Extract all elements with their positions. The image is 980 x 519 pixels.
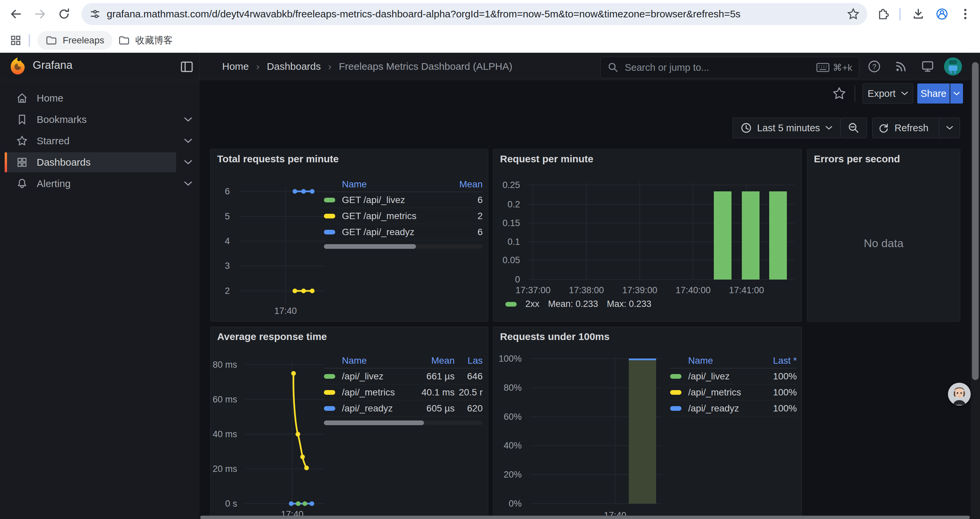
bookmark-folder-freeleaps[interactable]: Freeleaps bbox=[37, 31, 112, 50]
panel-title[interactable]: Total requests per minute bbox=[217, 153, 339, 164]
chevron-down-icon[interactable] bbox=[182, 178, 194, 190]
vertical-scrollbar-thumb[interactable] bbox=[972, 62, 978, 380]
legend-header-mean[interactable]: Mean bbox=[405, 355, 455, 366]
svg-text:?: ? bbox=[872, 62, 876, 71]
zoom-out-button[interactable] bbox=[840, 118, 867, 138]
line-chart[interactable] bbox=[234, 185, 327, 308]
breadcrumb-dashboards[interactable]: Dashboards bbox=[267, 61, 321, 72]
legend-scrollbar[interactable] bbox=[324, 244, 483, 249]
share-button[interactable]: Share bbox=[917, 83, 950, 104]
sidebar-item-starred[interactable]: Starred bbox=[5, 131, 176, 151]
legend-row[interactable]: /api/_metrics 40.1 ms 20.5 r bbox=[324, 385, 483, 401]
news-rss-icon[interactable] bbox=[894, 59, 908, 73]
export-button[interactable]: Export bbox=[862, 83, 913, 104]
search-input[interactable]: Search or jump to... ⌘+k bbox=[600, 57, 859, 78]
panel-title[interactable]: Errors per second bbox=[814, 153, 900, 164]
sidebar-item-alerting[interactable]: Alerting bbox=[5, 174, 176, 194]
floating-assistant-avatar[interactable] bbox=[948, 383, 970, 406]
site-info-icon[interactable] bbox=[89, 8, 102, 21]
legend-row[interactable]: GET /api/_metrics 2 bbox=[324, 208, 483, 224]
time-range-label: Last 5 minutes bbox=[757, 123, 820, 134]
zoom-out-icon bbox=[848, 122, 859, 134]
sidebar-toggle-icon[interactable] bbox=[180, 59, 194, 74]
series-last: 620 bbox=[455, 403, 483, 414]
sidebar-item-label: Bookmarks bbox=[37, 114, 87, 125]
sidebar-item-dashboards[interactable]: Dashboards bbox=[5, 152, 176, 172]
panel-title[interactable]: Requests under 100ms bbox=[500, 331, 609, 342]
x-tick: 17:39:00 bbox=[615, 285, 665, 295]
time-range-picker[interactable]: Last 5 minutes bbox=[732, 118, 841, 138]
bookmark-folder-blogs[interactable]: 收藏博客 bbox=[110, 31, 181, 50]
legend-header-mean[interactable]: Mean bbox=[442, 179, 483, 190]
reload-icon[interactable] bbox=[57, 7, 71, 21]
sidebar-item-home[interactable]: Home bbox=[5, 88, 176, 108]
share-menu-button[interactable] bbox=[950, 83, 963, 104]
panel-title[interactable]: Request per minute bbox=[500, 153, 593, 164]
bookmark-star-icon[interactable] bbox=[846, 7, 860, 21]
back-icon[interactable] bbox=[10, 7, 23, 21]
legend-row[interactable]: /api/_readyz 100% bbox=[670, 401, 797, 417]
refresh-button-group: Refresh bbox=[872, 118, 960, 138]
refresh-interval-button[interactable] bbox=[939, 118, 960, 138]
chevron-down-icon[interactable] bbox=[182, 156, 194, 168]
y-tick: 0 bbox=[497, 274, 520, 285]
line-chart[interactable] bbox=[241, 359, 326, 519]
folder-icon bbox=[45, 34, 57, 46]
user-avatar[interactable] bbox=[944, 57, 962, 75]
screen: grafana.mathmast.com/d/deytv4rwavabkb/fr… bbox=[0, 0, 980, 519]
panel-title[interactable]: Average response time bbox=[217, 331, 327, 342]
monitor-icon[interactable] bbox=[921, 59, 935, 73]
no-data-message: No data bbox=[807, 237, 960, 250]
legend-header-last[interactable]: Last * bbox=[757, 355, 797, 366]
series-metrics-line bbox=[294, 374, 307, 468]
legend-row[interactable]: /api/_livez 661 µs 646 bbox=[324, 368, 483, 385]
help-icon[interactable]: ? bbox=[867, 59, 881, 73]
bars-2xx bbox=[714, 192, 787, 279]
panel-errors-per-second: Errors per second No data bbox=[807, 149, 960, 322]
y-tick: 2 bbox=[215, 286, 230, 296]
grafana-logo-icon[interactable] bbox=[9, 57, 27, 75]
sidebar-item-bookmarks[interactable]: Bookmarks bbox=[5, 110, 176, 129]
panel-avg-response-time: Average response time 80 ms 60 ms 40 ms … bbox=[210, 327, 488, 519]
series-color-pill bbox=[324, 214, 335, 219]
series-livez-readyz bbox=[289, 501, 314, 506]
shortcut-keys: ⌘+k bbox=[833, 62, 852, 73]
series-last: 646 bbox=[455, 371, 483, 382]
legend-header-name[interactable]: Name bbox=[342, 179, 442, 190]
series-color-pill bbox=[670, 406, 681, 411]
breadcrumb-home[interactable]: Home bbox=[222, 61, 249, 72]
download-icon[interactable] bbox=[912, 7, 925, 21]
grafana-brand[interactable]: Grafana bbox=[33, 59, 72, 72]
profile-icon[interactable] bbox=[935, 7, 949, 21]
x-tick: 17:40 bbox=[272, 306, 299, 316]
series-name: /api/_metrics bbox=[688, 387, 757, 398]
legend-row[interactable]: /api/_livez 100% bbox=[670, 368, 797, 385]
extensions-icon[interactable] bbox=[876, 7, 889, 21]
series-color-pill bbox=[670, 374, 681, 379]
legend-header-name[interactable]: Name bbox=[342, 355, 405, 366]
legend-row[interactable]: /api/_readyz 605 µs 620 bbox=[324, 401, 483, 417]
area-chart[interactable] bbox=[527, 354, 664, 514]
legend-scrollbar[interactable] bbox=[324, 420, 483, 425]
browser-menu-icon[interactable] bbox=[963, 7, 967, 21]
favorite-star-icon[interactable] bbox=[832, 86, 846, 101]
forward-icon[interactable] bbox=[33, 7, 47, 21]
chevron-down-icon[interactable] bbox=[182, 113, 194, 126]
series-name: GET /api/_readyz bbox=[342, 227, 442, 238]
legend-row[interactable]: /api/_metrics 100% bbox=[670, 385, 797, 401]
y-tick: 80% bbox=[495, 382, 522, 393]
legend-row[interactable]: GET /api/_readyz 6 bbox=[324, 224, 483, 240]
legend-header-last[interactable]: Las bbox=[455, 355, 483, 366]
legend-row[interactable]: GET /api/_livez 6 bbox=[324, 192, 483, 208]
legend-inline[interactable]: 2xx Mean: 0.233 Max: 0.233 bbox=[505, 299, 651, 309]
url-bar[interactable]: grafana.mathmast.com/d/deytv4rwavabkb/fr… bbox=[81, 3, 867, 25]
bar-chart[interactable] bbox=[525, 179, 797, 289]
horizontal-scrollbar[interactable] bbox=[200, 516, 970, 519]
refresh-button[interactable]: Refresh bbox=[873, 118, 934, 138]
legend-header-name[interactable]: Name bbox=[688, 355, 757, 366]
apps-grid-icon[interactable] bbox=[10, 34, 22, 47]
active-indicator bbox=[5, 152, 7, 172]
legend-header: Name Last * bbox=[670, 353, 797, 368]
chevron-down-icon[interactable] bbox=[182, 135, 194, 147]
y-tick: 80 ms bbox=[210, 359, 237, 370]
